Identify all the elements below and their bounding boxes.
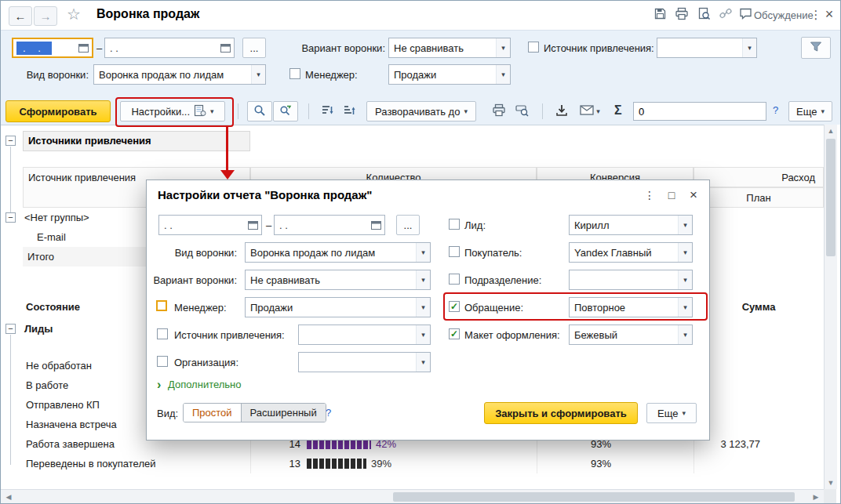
chevron-down-icon[interactable]: ▾ [742,38,756,57]
horizontal-scrollbar[interactable]: ◀ ▶ [1,489,824,504]
close-and-generate-button[interactable]: Закрыть и сформировать [484,402,638,424]
view-extended-option[interactable]: Расширенный [241,404,326,422]
more-vertical-button[interactable]: ⋮ [810,5,821,24]
source-select[interactable]: ▾ [657,38,757,58]
column-header-cost[interactable]: Расход [694,167,824,187]
search-button[interactable] [247,101,272,121]
dialog-maximize-button[interactable]: □ [663,187,680,204]
dialog-manager-checkbox[interactable] [156,300,167,311]
expand-to-button[interactable]: Разворачивать до ▾ [366,101,476,121]
manager-select[interactable]: Продажи ▾ [388,64,511,85]
calendar-icon[interactable] [248,220,261,230]
vertical-scrollbar[interactable]: ▲ ▼ [824,125,837,489]
date-from-field[interactable]: . . [12,38,93,58]
calendar-icon[interactable] [220,43,234,53]
chevron-down-icon[interactable]: ▾ [678,325,692,344]
chevron-down-icon[interactable]: ▾ [678,298,692,317]
horizontal-scroll-thumb[interactable] [393,492,795,502]
funnel-kind-select[interactable]: Воронка продаж по лидам ▾ [93,64,266,85]
scroll-left-icon[interactable]: ◀ [2,491,15,503]
state-row-leads[interactable]: Лиды [24,319,53,339]
chevron-down-icon[interactable]: ▾ [416,270,430,289]
dialog-date-to-field[interactable]: . . [274,215,385,235]
state-row[interactable]: Назначена встреча [26,415,117,434]
expander-leads[interactable]: − [5,324,16,334]
chevron-down-icon[interactable]: ▾ [682,409,686,417]
download-button[interactable] [552,101,572,121]
back-button[interactable]: ← [9,6,32,26]
window-close-button[interactable]: × [821,5,837,24]
dialog-close-button[interactable]: × [685,187,702,204]
send-email-button[interactable]: ▾ [573,101,606,121]
dialog-more-actions-button[interactable]: Еще ▾ [646,403,697,423]
chevron-down-icon[interactable]: ▾ [496,38,510,57]
organization-select[interactable]: ▾ [298,352,431,372]
print-button[interactable] [672,5,691,24]
help-link[interactable]: ? [773,104,778,116]
chevron-down-icon[interactable]: ▾ [496,65,510,84]
sum-sigma-icon[interactable]: Σ [614,103,622,118]
calendar-icon[interactable] [78,43,92,53]
chevron-down-icon[interactable]: ▾ [678,270,692,289]
save-button[interactable] [650,5,669,24]
discussion-label[interactable]: Обсуждение [754,9,814,21]
vertical-scroll-thumb[interactable] [826,139,836,256]
manager-checkbox[interactable] [289,68,300,79]
sort-descending-button[interactable] [318,101,338,121]
chevron-down-icon[interactable]: ▾ [416,325,430,344]
appeal-select[interactable]: Повторное ▾ [569,297,693,317]
organization-checkbox[interactable] [157,356,168,367]
generate-button[interactable]: Сформировать [5,100,111,122]
discussion-button[interactable] [737,5,755,24]
additional-settings-toggle[interactable]: › Дополнительно [157,378,242,392]
chevron-down-icon[interactable]: ▾ [210,107,214,115]
expander-no-group[interactable]: − [5,212,16,223]
chevron-down-icon[interactable]: ▾ [678,216,692,234]
favorite-star-icon[interactable]: ☆ [67,5,81,24]
column-header-plan[interactable]: План [694,187,824,208]
expander-sources[interactable]: − [5,136,16,146]
search-repeat-button[interactable] [273,101,298,121]
state-row[interactable]: Переведены в покупателей [26,454,155,473]
dialog-date-from-field[interactable]: . . [158,215,262,235]
state-row[interactable]: В работе [26,375,68,395]
division-select[interactable]: ▾ [569,270,693,290]
chevron-down-icon[interactable]: ▾ [251,65,265,84]
state-row[interactable]: Отправлено КП [26,395,100,415]
source-row-no-group[interactable]: <Нет группы> [24,208,89,227]
dialog-manager-select[interactable]: Продажи ▾ [245,297,431,317]
layout-select[interactable]: Бежевый ▾ [569,325,693,345]
state-row[interactable]: Работа завершена [26,434,115,454]
group-header-sources[interactable]: Источники привлечения [23,131,250,151]
view-simple-option[interactable]: Простой [184,404,241,422]
sum-input[interactable] [633,102,766,121]
print-report-button[interactable] [489,101,509,121]
more-actions-button[interactable]: Еще ▾ [788,101,832,121]
dialog-more-button[interactable]: ⋮ [641,187,658,204]
print-preview-button[interactable] [511,101,533,121]
variant-select[interactable]: Не сравнивать ▾ [388,38,511,58]
buyer-select[interactable]: Yandex Главный ▾ [569,242,693,263]
scroll-up-icon[interactable]: ▲ [825,125,837,137]
dialog-help-link[interactable]: ? [326,407,331,419]
chevron-down-icon[interactable]: ▾ [416,243,430,262]
calendar-icon[interactable] [371,220,384,230]
sort-ascending-button[interactable] [340,101,360,121]
layout-checkbox[interactable]: ✓ [449,328,460,339]
source-row-email[interactable]: E-mail [37,227,66,247]
dialog-kind-select[interactable]: Воронка продаж по лидам ▾ [245,242,431,263]
find-on-page-button[interactable] [694,5,713,24]
chevron-down-icon[interactable]: ▾ [416,298,430,317]
division-checkbox[interactable] [449,274,460,285]
dialog-source-checkbox[interactable] [157,328,168,339]
appeal-checkbox[interactable]: ✓ [449,301,460,312]
source-checkbox[interactable] [528,42,539,53]
chevron-down-icon[interactable]: ▾ [678,243,692,262]
dialog-date-options-button[interactable]: ... [396,215,420,235]
date-period-options-button[interactable]: ... [242,38,266,58]
forward-button[interactable]: → [34,6,57,26]
state-row[interactable]: Не обработан [26,356,92,375]
buyer-checkbox[interactable] [449,246,460,257]
lead-checkbox[interactable] [449,219,460,230]
dialog-source-select[interactable]: ▾ [298,325,431,345]
